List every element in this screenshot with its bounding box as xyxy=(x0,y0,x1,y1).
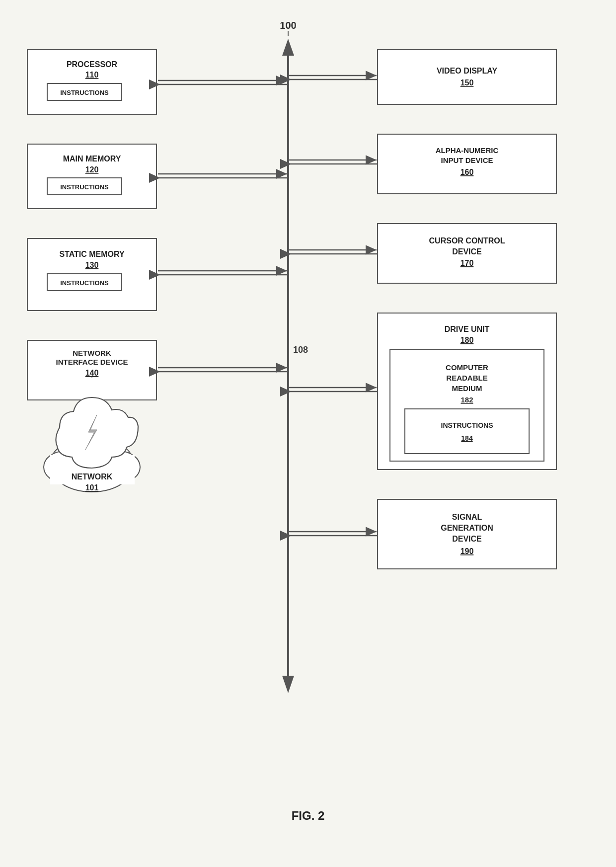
svg-text:MAIN MEMORY: MAIN MEMORY xyxy=(63,155,121,163)
svg-text:184: 184 xyxy=(461,434,473,442)
svg-rect-72 xyxy=(378,499,556,569)
svg-text:170: 170 xyxy=(461,259,474,267)
svg-rect-50 xyxy=(378,50,556,104)
svg-text:ALPHA-NUMERIC: ALPHA-NUMERIC xyxy=(436,146,499,155)
figure-label: FIG. 2 xyxy=(292,809,325,822)
svg-text:108: 108 xyxy=(293,345,308,355)
svg-text:INSTRUCTIONS: INSTRUCTIONS xyxy=(441,421,493,429)
svg-text:130: 130 xyxy=(85,261,99,269)
svg-text:150: 150 xyxy=(461,79,474,87)
svg-text:INSTRUCTIONS: INSTRUCTIONS xyxy=(60,279,109,287)
svg-text:NETWORK: NETWORK xyxy=(72,473,113,481)
svg-text:182: 182 xyxy=(461,395,473,404)
svg-text:101: 101 xyxy=(85,483,99,492)
svg-text:100: 100 xyxy=(280,20,296,31)
svg-text:MEDIUM: MEDIUM xyxy=(452,384,482,393)
svg-text:NETWORK: NETWORK xyxy=(73,349,111,357)
svg-rect-22 xyxy=(27,50,156,114)
svg-text:110: 110 xyxy=(85,71,99,79)
svg-text:INPUT DEVICE: INPUT DEVICE xyxy=(441,156,493,164)
svg-text:GENERATION: GENERATION xyxy=(441,524,493,532)
svg-text:READABLE: READABLE xyxy=(446,374,487,382)
svg-text:120: 120 xyxy=(85,165,99,174)
svg-text:SIGNAL: SIGNAL xyxy=(452,513,482,521)
svg-text:180: 180 xyxy=(461,336,474,344)
svg-text:PROCESSOR: PROCESSOR xyxy=(67,60,118,69)
svg-rect-69 xyxy=(405,409,529,454)
svg-text:VIDEO DISPLAY: VIDEO DISPLAY xyxy=(437,67,497,75)
svg-text:DEVICE: DEVICE xyxy=(452,535,482,543)
svg-text:CURSOR CONTROL: CURSOR CONTROL xyxy=(429,236,505,245)
svg-text:STATIC MEMORY: STATIC MEMORY xyxy=(59,250,125,258)
svg-text:INSTRUCTIONS: INSTRUCTIONS xyxy=(60,89,109,96)
svg-text:DRIVE UNIT: DRIVE UNIT xyxy=(445,325,490,333)
svg-text:INTERFACE DEVICE: INTERFACE DEVICE xyxy=(56,358,128,366)
svg-text:INSTRUCTIONS: INSTRUCTIONS xyxy=(60,183,109,191)
svg-rect-27 xyxy=(27,144,156,209)
svg-text:COMPUTER: COMPUTER xyxy=(446,363,488,372)
svg-text:190: 190 xyxy=(461,547,474,555)
svg-text:DEVICE: DEVICE xyxy=(452,247,482,256)
svg-text:160: 160 xyxy=(461,168,474,176)
